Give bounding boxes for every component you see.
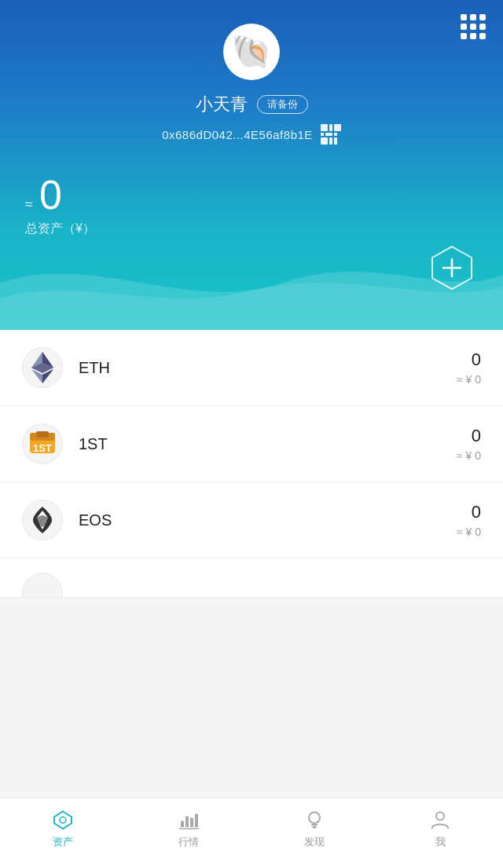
svg-rect-14 xyxy=(181,821,184,827)
eth-icon xyxy=(22,347,63,388)
person-icon xyxy=(429,809,451,831)
svg-point-23 xyxy=(436,812,444,820)
svg-point-13 xyxy=(60,817,66,823)
qr-code-icon[interactable] xyxy=(321,124,341,145)
1st-amount: 0 xyxy=(457,426,481,446)
header: 🐚 小天青 请备份 0x686dD042...4E56af8b1E xyxy=(0,0,503,330)
1st-balance: 0 ≈ ¥ 0 xyxy=(457,426,481,462)
nav-label-assets: 资产 xyxy=(53,835,73,849)
eth-label: ETH xyxy=(79,359,457,377)
nav-item-discover[interactable]: 发现 xyxy=(252,809,377,849)
nav-label-discover: 发现 xyxy=(304,835,325,849)
svg-point-19 xyxy=(309,812,320,823)
token-item-1st[interactable]: 1ST 1ST 0 ≈ ¥ 0 xyxy=(0,406,503,482)
asset-list: ETH 0 ≈ ¥ 0 1ST 1ST 0 ≈ ¥ 0 xyxy=(0,330,503,598)
eos-label: EOS xyxy=(79,511,457,529)
token-item-eos[interactable]: EOS 0 ≈ ¥ 0 xyxy=(0,482,503,559)
nav-label-market: 行情 xyxy=(178,835,199,849)
svg-rect-11 xyxy=(36,431,49,438)
eth-cny: ≈ ¥ 0 xyxy=(457,373,481,386)
balance-label: 总资产（¥） xyxy=(25,221,95,237)
balance-approx-sign: ≈ xyxy=(25,196,33,213)
token-item-eth[interactable]: ETH 0 ≈ ¥ 0 xyxy=(0,330,503,406)
nav-item-market[interactable]: 行情 xyxy=(126,809,252,849)
eos-balance: 0 ≈ ¥ 0 xyxy=(457,502,481,538)
nav-item-assets[interactable]: 资产 xyxy=(0,809,126,849)
bottom-nav: 资产 行情 发现 xyxy=(0,797,503,868)
1st-label: 1ST xyxy=(79,435,457,453)
bulb-icon xyxy=(303,809,325,831)
eos-icon xyxy=(22,500,63,540)
eos-amount: 0 xyxy=(457,502,481,522)
token-item-partial xyxy=(0,559,503,598)
nav-label-profile: 我 xyxy=(435,835,446,849)
svg-rect-17 xyxy=(195,814,198,827)
1st-cny: ≈ ¥ 0 xyxy=(457,449,481,462)
chart-icon xyxy=(178,809,200,831)
balance-area: ≈ 0 总资产（¥） xyxy=(25,173,95,237)
avatar-image: 🐚 xyxy=(231,35,272,68)
add-asset-button[interactable] xyxy=(429,245,475,291)
eth-balance: 0 ≈ ¥ 0 xyxy=(457,350,481,386)
balance-value: 0 xyxy=(39,173,62,218)
partial-icon xyxy=(22,573,63,598)
svg-rect-16 xyxy=(190,818,193,827)
grid-menu-icon[interactable] xyxy=(461,14,486,39)
nav-item-profile[interactable]: 我 xyxy=(377,809,503,849)
eth-amount: 0 xyxy=(457,350,481,370)
diamond-icon xyxy=(52,809,74,831)
1st-icon: 1ST xyxy=(22,423,63,464)
user-name-row: 小天青 请备份 xyxy=(0,93,503,116)
backup-button[interactable]: 请备份 xyxy=(257,95,308,114)
avatar[interactable]: 🐚 xyxy=(223,24,280,80)
svg-text:1ST: 1ST xyxy=(33,442,52,454)
wallet-address[interactable]: 0x686dD042...4E56af8b1E xyxy=(162,128,313,141)
user-name: 小天青 xyxy=(196,93,248,116)
svg-rect-15 xyxy=(185,816,189,827)
address-row: 0x686dD042...4E56af8b1E xyxy=(0,124,503,145)
svg-marker-12 xyxy=(54,811,72,829)
eos-cny: ≈ ¥ 0 xyxy=(457,526,481,538)
